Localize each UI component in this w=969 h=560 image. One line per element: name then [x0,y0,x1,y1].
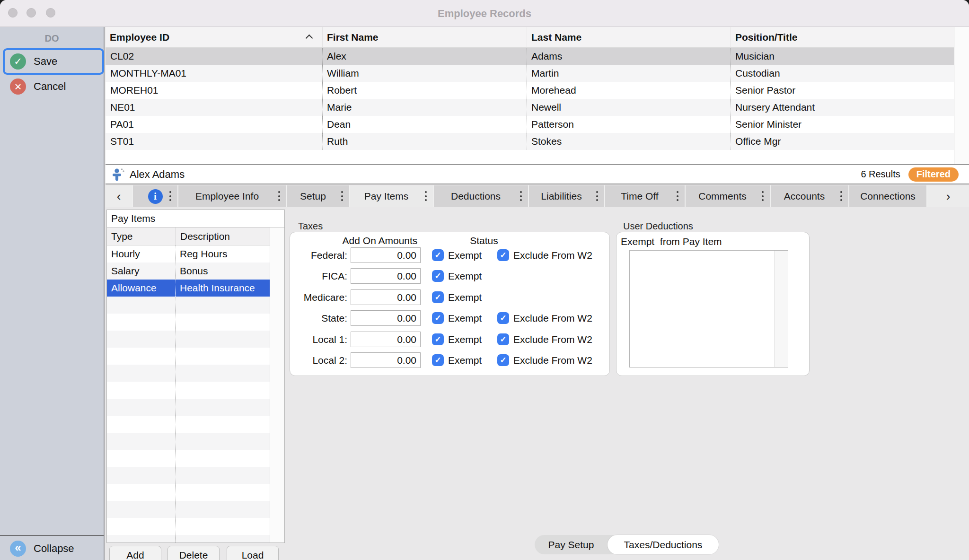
tab-accounts[interactable]: Accounts [770,185,848,207]
local-2-amount-input[interactable] [351,352,421,368]
tab-connections[interactable]: Connections [848,185,926,207]
tax-row-local-2: Local 2: Exempt Exclude From W2 [290,352,609,368]
tax-row-medicare: Medicare: Exempt [290,289,609,305]
federal-amount-input[interactable] [351,247,421,263]
tax-row-fica: FICA: Exempt [290,268,609,284]
table-row[interactable]: NE01 Marie Newell Nursery Attendant [106,99,955,116]
pay-item-description: Bonus [176,262,270,280]
state-exempt-checkbox[interactable] [432,312,444,324]
tab-menu-icon[interactable] [425,191,427,201]
tab-liabilities[interactable]: Liabilities [528,185,604,207]
employee-table-body: CL02 Alex Adams Musician MONTHLY-MA01 Wi… [106,48,955,164]
column-header-employee-id[interactable]: Employee ID [106,27,322,47]
tab-label: Setup [300,191,336,202]
cell-employee-id: PA01 [106,116,322,133]
column-header-last-name[interactable]: Last Name [527,27,731,47]
tabs-scroll-right-button[interactable]: › [926,185,969,207]
tab-menu-icon[interactable] [278,191,280,201]
medicare-amount-input[interactable] [351,289,421,305]
cell-first-name: Robert [322,82,527,99]
fica-amount-input[interactable] [351,268,421,284]
pay-item-row-selected[interactable]: Allowance Health Insurance [107,280,270,297]
window-title: Employee Records [0,0,969,27]
save-button[interactable]: Save [3,48,104,75]
pay-item-type: Salary [107,262,176,280]
local-2-exempt-checkbox[interactable] [432,354,444,366]
tab-menu-icon[interactable] [677,191,678,201]
filtered-badge[interactable]: Filtered [908,167,959,182]
tab-menu-icon[interactable] [596,191,598,201]
info-icon [148,189,163,204]
tab-menu-icon[interactable] [169,191,171,201]
cancel-x-icon [10,79,26,95]
segment-taxes-deductions[interactable]: Taxes/Deductions [608,535,719,554]
exclude-w2-label: Exclude From W2 [513,310,592,326]
exempt-label: Exempt [448,332,482,347]
tab-menu-icon[interactable] [762,191,764,201]
column-header-type[interactable]: Type [107,228,176,245]
tab-pay-items[interactable]: Pay Items [349,185,433,207]
chevron-right-icon: › [946,189,951,204]
tax-row-state: State: Exempt Exclude From W2 [290,310,609,326]
exclude-w2-label: Exclude From W2 [513,332,592,347]
pay-item-row[interactable]: Hourly Reg Hours [107,245,270,262]
state-exclude-w2-checkbox[interactable] [497,312,509,324]
table-row[interactable]: MOREH01 Robert Morehead Senior Pastor [106,82,955,99]
tab-deductions[interactable]: Deductions [433,185,528,207]
cell-last-name: Martin [527,65,731,82]
federal-exempt-checkbox[interactable] [432,249,444,261]
cell-first-name: Marie [322,99,527,116]
tab-menu-icon[interactable] [520,191,522,201]
local-1-exclude-w2-checkbox[interactable] [497,333,509,345]
pay-items-scrollbar-track[interactable] [270,228,284,542]
pay-section-segmented-control: Pay Setup Taxes/Deductions [535,535,719,554]
medicare-exempt-checkbox[interactable] [432,291,444,303]
employee-records-window: Employee Records DO Save Cancel Collapse… [0,0,969,560]
exempt-from-pay-item-list[interactable] [629,250,788,368]
status-header: Status [456,235,512,246]
column-header-description[interactable]: Description [176,228,284,245]
cell-first-name: Alex [322,48,527,65]
table-scrollbar-track[interactable] [954,27,969,164]
load-pay-item-button[interactable]: Load [227,546,279,560]
tab-time-off[interactable]: Time Off [604,185,685,207]
column-label: Employee ID [110,32,169,43]
list-scrollbar-track[interactable] [775,251,788,367]
tax-row-local-1: Local 1: Exempt Exclude From W2 [290,332,609,347]
cell-last-name: Newell [527,99,731,116]
tab-label: Accounts [784,191,835,202]
column-label: First Name [327,32,379,43]
cell-last-name: Stokes [527,133,731,150]
tab-menu-icon[interactable] [341,191,343,201]
tab-menu-icon[interactable] [840,191,842,201]
exempt-label: Exempt [448,352,482,368]
cancel-button[interactable]: Cancel [10,78,66,95]
table-row[interactable]: MONTHLY-MA01 William Martin Custodian [106,65,955,82]
local-1-amount-input[interactable] [351,332,421,347]
column-header-position-title[interactable]: Position/Title [731,27,955,47]
tab-setup[interactable]: Setup [286,185,349,207]
pay-items-rows: Hourly Reg Hours Salary Bonus Allowance … [107,245,270,542]
tabs-scroll-left-button[interactable]: ‹ [106,185,132,207]
tab-info[interactable] [132,185,177,207]
employee-person-icon [112,168,124,181]
collapse-sidebar-button[interactable]: Collapse [10,541,74,557]
delete-pay-item-button[interactable]: Delete [167,546,220,560]
fica-exempt-checkbox[interactable] [432,270,444,282]
tab-comments[interactable]: Comments [685,185,770,207]
column-header-first-name[interactable]: First Name [322,27,527,47]
table-row[interactable]: ST01 Ruth Stokes Office Mgr [106,133,955,150]
pay-item-row[interactable]: Salary Bonus [107,262,270,280]
tab-employee-info[interactable]: Employee Info [177,185,286,207]
segment-pay-setup[interactable]: Pay Setup [535,535,608,554]
taxes-group-label: Taxes [298,221,323,232]
local-1-exempt-checkbox[interactable] [432,333,444,345]
state-amount-input[interactable] [351,310,421,326]
cell-position: Musician [731,48,955,65]
add-pay-item-button[interactable]: Add [109,546,161,560]
table-row[interactable]: PA01 Dean Patterson Senior Minister [106,116,955,133]
local-2-exclude-w2-checkbox[interactable] [497,354,509,366]
federal-exclude-w2-checkbox[interactable] [497,249,509,261]
table-row[interactable]: CL02 Alex Adams Musician [106,48,955,65]
exempt-label: Exempt [448,268,482,284]
